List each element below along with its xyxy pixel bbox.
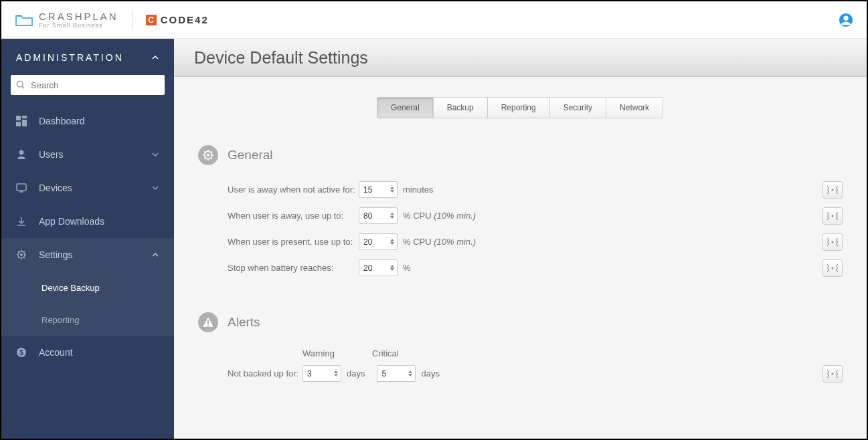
svg-text:$: $	[19, 349, 23, 356]
cpu-present-stepper[interactable]	[359, 233, 398, 250]
battery-units: %	[403, 263, 411, 273]
broadcast-icon	[827, 264, 838, 272]
sidebar-item-app-downloads[interactable]: App Downloads	[1, 205, 174, 238]
sidebar-item-settings[interactable]: Settings	[1, 238, 174, 271]
stepper-up-icon[interactable]	[390, 187, 394, 189]
broadcast-icon	[827, 238, 838, 246]
svg-point-13	[20, 253, 23, 256]
lock-toggle-button[interactable]	[822, 233, 843, 251]
tab-network[interactable]: Network	[606, 97, 663, 118]
sidebar-item-label: Account	[39, 347, 159, 358]
lock-toggle-button[interactable]	[822, 259, 843, 277]
critical-days-input[interactable]	[381, 369, 402, 378]
warning-units: days	[347, 368, 365, 378]
warning-days-input[interactable]	[307, 369, 327, 378]
lock-toggle-button[interactable]	[822, 181, 843, 199]
stepper-up-icon[interactable]	[334, 370, 338, 373]
code42-brand-text: CODE42	[161, 14, 209, 25]
divider	[132, 10, 133, 30]
sidebar-subitem-reporting[interactable]: Reporting	[1, 304, 174, 336]
stepper-down-icon[interactable]	[408, 374, 412, 376]
tab-backup[interactable]: Backup	[433, 97, 488, 118]
away-minutes-input[interactable]	[363, 185, 383, 195]
stepper-up-icon[interactable]	[390, 239, 394, 241]
cpu-away-stepper[interactable]	[359, 207, 398, 224]
sidebar-section-header[interactable]: ADMINISTRATION	[1, 52, 174, 75]
folder-icon	[15, 13, 33, 27]
tab-reporting[interactable]: Reporting	[487, 97, 550, 118]
cpu-away-label: When user is away, use up to:	[228, 211, 359, 221]
sidebar-item-dashboard[interactable]: Dashboard	[1, 104, 174, 138]
sidebar-section-title: ADMINISTRATION	[16, 52, 124, 63]
warning-column-header: Warning	[302, 348, 372, 358]
battery-input[interactable]	[363, 263, 383, 273]
sidebar-subitem-device-backup[interactable]: Device Backup	[1, 271, 174, 304]
stepper-up-icon[interactable]	[390, 213, 394, 215]
svg-point-18	[832, 189, 834, 191]
not-backed-label: Not backed up for:	[228, 368, 302, 378]
alerts-section-header: Alerts	[198, 312, 843, 332]
stepper-down-icon[interactable]	[334, 374, 338, 376]
cpu-present-input[interactable]	[363, 237, 383, 247]
general-section-title: General	[228, 148, 273, 162]
svg-point-19	[832, 215, 834, 217]
stepper-down-icon[interactable]	[390, 242, 394, 245]
svg-point-23	[207, 324, 209, 326]
cpu-present-label: When user is present, use up to:	[228, 237, 359, 247]
cpu-away-units: % CPU	[403, 211, 432, 221]
monitor-icon	[16, 183, 27, 193]
broadcast-icon	[827, 212, 838, 220]
code42-logo[interactable]: C CODE42	[146, 14, 209, 25]
dashboard-icon	[16, 116, 27, 126]
broadcast-icon	[827, 186, 838, 194]
svg-point-2	[843, 15, 848, 20]
away-minutes-stepper[interactable]	[359, 181, 398, 198]
user-account-icon[interactable]	[839, 13, 853, 27]
page-title: Device Default Settings	[174, 39, 867, 77]
search-box[interactable]	[11, 75, 165, 95]
svg-rect-10	[17, 184, 26, 191]
user-icon	[16, 149, 27, 160]
search-input[interactable]	[31, 80, 159, 90]
critical-days-stepper[interactable]	[377, 365, 416, 382]
svg-point-9	[19, 150, 24, 155]
svg-point-21	[832, 267, 834, 269]
away-label: User is away when not active for:	[228, 185, 359, 195]
stepper-up-icon[interactable]	[390, 265, 394, 267]
svg-line-4	[22, 86, 24, 88]
sidebar-item-account[interactable]: $ Account	[1, 336, 174, 369]
sidebar-item-users[interactable]: Users	[1, 138, 174, 171]
svg-rect-5	[16, 116, 21, 120]
stepper-up-icon[interactable]	[408, 370, 412, 373]
sidebar-item-label: Users	[39, 149, 139, 160]
svg-rect-0	[16, 15, 21, 17]
general-section-header: General	[198, 145, 843, 165]
tab-general[interactable]: General	[377, 97, 434, 118]
stepper-down-icon[interactable]	[390, 190, 394, 193]
lock-toggle-button[interactable]	[822, 365, 843, 382]
chevron-down-icon	[151, 150, 159, 158]
warning-days-stepper[interactable]	[302, 365, 341, 382]
stepper-down-icon[interactable]	[390, 268, 394, 271]
broadcast-icon	[827, 370, 838, 378]
lock-toggle-button[interactable]	[822, 207, 843, 225]
svg-rect-6	[22, 116, 27, 118]
crashplan-tagline: For Small Business	[39, 23, 118, 29]
sidebar-item-label: Devices	[39, 183, 139, 193]
crashplan-brand-text: CRASHPLAN	[39, 11, 118, 21]
tab-security[interactable]: Security	[549, 97, 606, 118]
cpu-present-units: % CPU	[403, 237, 432, 247]
sidebar-item-devices[interactable]: Devices	[1, 171, 174, 205]
svg-rect-8	[16, 122, 21, 126]
crashplan-logo[interactable]: CRASHPLAN For Small Business	[15, 11, 118, 29]
battery-stepper[interactable]	[359, 259, 398, 276]
svg-rect-7	[22, 120, 27, 126]
critical-column-header: Critical	[372, 348, 442, 358]
topbar: CRASHPLAN For Small Business C CODE42	[1, 1, 867, 39]
dollar-icon: $	[16, 347, 27, 358]
critical-units: days	[421, 368, 439, 378]
cpu-away-input[interactable]	[363, 211, 383, 221]
stepper-down-icon[interactable]	[390, 216, 394, 219]
tabs: General Backup Reporting Security Networ…	[174, 97, 867, 118]
svg-point-17	[207, 154, 210, 157]
